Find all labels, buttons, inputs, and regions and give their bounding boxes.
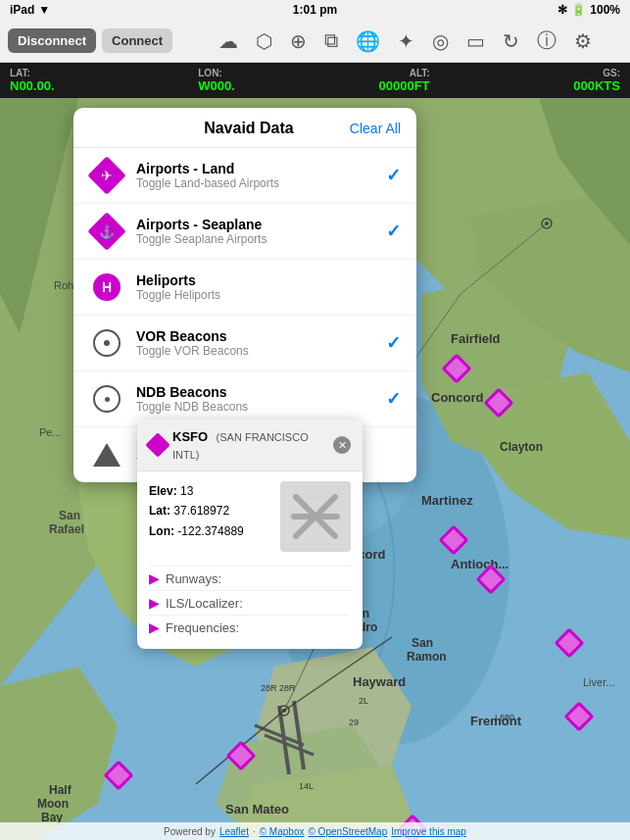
- svg-text:Liver...: Liver...: [583, 676, 614, 688]
- leaflet-link[interactable]: Leaflet: [219, 826, 249, 837]
- lat-label: LAT:: [10, 68, 55, 78]
- runways-link[interactable]: ▶ Runways:: [149, 566, 351, 590]
- svg-text:I 680: I 680: [495, 713, 514, 722]
- vor-beacons-item[interactable]: VOR Beacons Toggle VOR Beacons ✓: [73, 316, 416, 371]
- weather-icon[interactable]: ☁: [218, 29, 238, 53]
- gs-value: 000KTS: [573, 78, 620, 93]
- navaid-title: Navaid Data: [148, 120, 350, 137]
- popup-lon: Lon: -122.374889: [149, 521, 270, 541]
- compass-icon[interactable]: ⊕: [290, 29, 307, 53]
- svg-text:San: San: [412, 636, 433, 650]
- ndb-icon: [93, 385, 121, 413]
- navaid-header: Navaid Data Clear All: [73, 108, 416, 148]
- wifi-icon: ▼: [38, 3, 50, 17]
- lat-value: N00.00.: [10, 78, 55, 93]
- airports-land-text: Airports - Land Toggle Land-based Airpor…: [136, 161, 386, 190]
- airports-seaplane-text: Airports - Seaplane Toggle Seaplane Airp…: [136, 217, 386, 246]
- ndb-text: NDB Beacons Toggle NDB Beacons: [136, 384, 386, 414]
- target-icon[interactable]: ◎: [432, 29, 449, 53]
- intersection-icon: [93, 443, 121, 467]
- intersections-icon-wrap: [89, 437, 124, 472]
- ndb-check: ✓: [386, 388, 401, 410]
- info-bar: LAT: N00.00. LON: W000. ALT: 00000FT GS:…: [0, 63, 630, 98]
- window-icon[interactable]: ▭: [466, 29, 485, 53]
- disconnect-button[interactable]: Disconnect: [8, 28, 96, 53]
- status-bar: iPad ▼ 1:01 pm ✻ 🔋 100%: [0, 0, 630, 20]
- lon-value: W000.: [198, 78, 235, 93]
- svg-text:Martinez: Martinez: [421, 493, 473, 508]
- svg-text:Moon: Moon: [37, 797, 69, 811]
- powered-by-label: Powered by: [164, 826, 216, 837]
- lon-label: LON:: [198, 68, 235, 78]
- ils-arrow-icon: ▶: [149, 595, 160, 611]
- heliports-sub: Toggle Heliports: [136, 288, 401, 302]
- popup-diagram: [280, 481, 351, 552]
- airports-land-item[interactable]: ✈ Airports - Land Toggle Land-based Airp…: [73, 148, 416, 204]
- anchor-glyph: ⚓: [99, 224, 115, 239]
- popup-body: Elev: 13 Lat: 37.618972 Lon: -122.374889: [137, 471, 363, 562]
- ils-link[interactable]: ▶ ILS/Localizer:: [149, 590, 351, 615]
- popup-close-button[interactable]: ✕: [333, 436, 351, 454]
- freq-label: Frequencies:: [166, 620, 239, 635]
- svg-text:San: San: [59, 509, 80, 522]
- map-area[interactable]: Rohnert Pa... Pe... San Rafael Richmond …: [0, 98, 630, 840]
- bottom-bar: Powered by Leaflet · © Mapbox © OpenStre…: [0, 822, 630, 840]
- airport-popup: KSFO (SAN FRANCISCO INTL) ✕ Elev: 13 Lat…: [137, 420, 363, 649]
- heliports-item[interactable]: H Heliports Toggle Heliports: [73, 260, 416, 316]
- gps-icon[interactable]: ✦: [398, 29, 414, 53]
- airport-land-icon: ✈: [87, 156, 126, 195]
- airports-land-icon-wrap: ✈: [89, 158, 124, 193]
- svg-text:Rafael: Rafael: [49, 522, 84, 536]
- improve-link[interactable]: Improve this map: [391, 826, 466, 837]
- popup-airport-id: KSFO: [172, 429, 208, 444]
- airports-seaplane-sub: Toggle Seaplane Airports: [136, 232, 386, 246]
- airports-seaplane-icon-wrap: ⚓: [89, 214, 124, 249]
- svg-text:2L: 2L: [359, 696, 368, 706]
- ndb-name: NDB Beacons: [136, 384, 386, 400]
- popup-header: KSFO (SAN FRANCISCO INTL) ✕: [137, 420, 363, 471]
- svg-text:28R 28R: 28R 28R: [261, 683, 296, 693]
- ndb-dot: [105, 397, 110, 402]
- settings-icon[interactable]: ⚙: [574, 29, 592, 53]
- runway-diagram: [286, 487, 345, 546]
- status-left: iPad ▼: [10, 3, 50, 17]
- alt-value: 00000FT: [379, 78, 430, 93]
- heliport-icon: H: [93, 273, 121, 301]
- route-icon[interactable]: ⬡: [256, 29, 272, 53]
- svg-text:14L: 14L: [299, 781, 314, 791]
- popup-links: ▶ Runways: ▶ ILS/Localizer: ▶ Frequencie…: [137, 562, 363, 649]
- gs-info: GS: 000KTS: [573, 68, 620, 93]
- osm-link[interactable]: © OpenStreetMap: [308, 826, 387, 837]
- vor-sub: Toggle VOR Beacons: [136, 344, 386, 358]
- runways-arrow-icon: ▶: [149, 570, 160, 586]
- info-icon[interactable]: ⓘ: [537, 27, 557, 54]
- svg-text:29: 29: [349, 717, 359, 727]
- lon-info: LON: W000.: [198, 68, 235, 93]
- lat-info: LAT: N00.00.: [10, 68, 55, 93]
- mapbox-link[interactable]: © Mapbox: [260, 826, 305, 837]
- connect-button[interactable]: Connect: [102, 28, 172, 53]
- heliports-icon-wrap: H: [89, 270, 124, 305]
- popup-title-wrap: KSFO (SAN FRANCISCO INTL): [149, 427, 333, 463]
- frequencies-link[interactable]: ▶ Frequencies:: [149, 615, 351, 639]
- status-time: 1:01 pm: [293, 3, 337, 17]
- clear-all-button[interactable]: Clear All: [350, 121, 401, 136]
- vor-icon: [93, 329, 121, 357]
- vor-dot: [104, 340, 110, 346]
- ils-label: ILS/Localizer:: [166, 596, 243, 611]
- freq-arrow-icon: ▶: [149, 619, 160, 635]
- layers-icon[interactable]: ⧉: [324, 29, 338, 52]
- refresh-icon[interactable]: ↻: [503, 29, 519, 53]
- ndb-sub: Toggle NDB Beacons: [136, 400, 386, 414]
- globe-icon[interactable]: 🌐: [356, 29, 380, 53]
- airports-seaplane-check: ✓: [386, 221, 401, 242]
- airports-land-check: ✓: [386, 165, 401, 186]
- popup-id-block: KSFO (SAN FRANCISCO INTL): [172, 427, 333, 463]
- svg-text:Ramon: Ramon: [407, 650, 447, 664]
- svg-text:Fairfield: Fairfield: [451, 331, 501, 346]
- ndb-icon-wrap: [89, 381, 124, 417]
- svg-text:Half: Half: [49, 783, 73, 797]
- heliports-text: Heliports Toggle Heliports: [136, 272, 401, 302]
- vor-name: VOR Beacons: [136, 328, 386, 344]
- airports-seaplane-item[interactable]: ⚓ Airports - Seaplane Toggle Seaplane Ai…: [73, 204, 416, 260]
